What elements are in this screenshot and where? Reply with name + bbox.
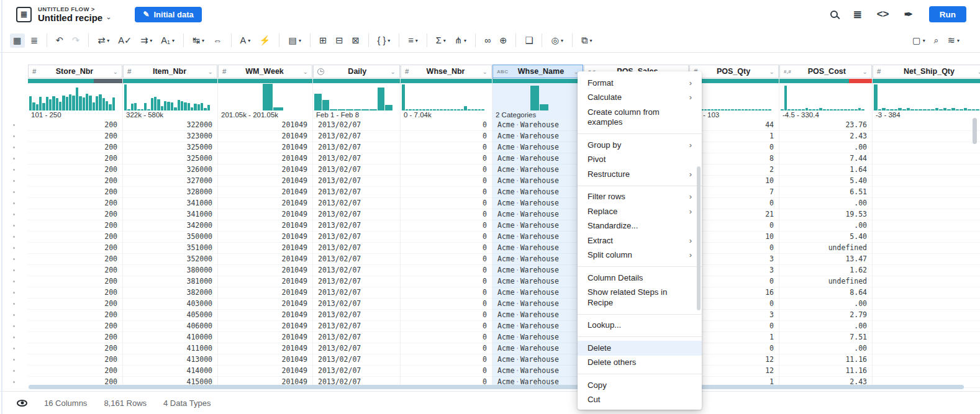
data-quality-bar[interactable] [218,79,312,83]
cell[interactable]: Acme·Warehouse [492,187,583,198]
cell[interactable]: 0 [401,131,492,142]
column-header-POS_Cost[interactable]: #,#POS_Cost⌄ [779,65,872,78]
cell[interactable]: .00 [779,299,872,310]
cell[interactable]: 200 [28,366,122,377]
cell[interactable]: Acme·Warehouse [492,254,583,265]
histogram-bar[interactable] [964,108,968,110]
row-handle[interactable] [13,191,15,193]
cell[interactable]: 201049 [218,153,312,164]
filter-rows-icon[interactable]: ≡▾ [405,34,420,48]
histogram-bar[interactable] [468,109,471,110]
cell[interactable]: 351000 [123,243,217,254]
menu-item-create-column-from-examples[interactable]: Create column from examples [578,105,702,130]
cell[interactable]: 406000 [123,321,217,332]
cell[interactable]: 19.53 [779,209,872,220]
aggregate-icon[interactable]: Σ▾ [433,34,449,48]
histogram-bar[interactable] [437,109,440,110]
cell[interactable]: Acme·Warehouse [492,276,583,287]
cell[interactable]: 403000 [123,299,217,310]
cell[interactable]: 326000 [123,164,217,176]
row-handle[interactable] [13,202,15,204]
cell[interactable]: 411000 [123,343,217,354]
histogram-bar[interactable] [443,109,447,110]
cell[interactable]: undefined [779,243,872,254]
histogram-bar[interactable] [151,98,153,110]
eye-icon[interactable] [17,400,27,407]
histogram-bar[interactable] [433,109,436,110]
row-handle[interactable] [13,359,15,361]
data-quality-bar[interactable] [492,79,583,83]
histogram-bar[interactable] [830,109,833,110]
cell[interactable] [873,343,980,354]
cell[interactable]: 0 [401,287,492,299]
cell[interactable]: 0 [401,332,492,343]
histogram-bar[interactable] [840,109,843,110]
menu-scrollbar[interactable] [697,166,701,310]
histogram-bar[interactable] [42,103,45,110]
cell[interactable]: 5.40 [779,176,872,187]
cell[interactable]: 2013/02/07 [313,120,400,131]
format-text-icon[interactable]: A▾ [237,34,254,48]
copy-steps-icon[interactable]: ⧉▾ [578,34,595,48]
histogram-bar[interactable] [874,84,878,110]
data-quality-bar[interactable] [779,79,872,83]
cell[interactable]: 10 [689,232,779,243]
cell[interactable]: 2013/02/07 [313,343,400,354]
integer-type-icon[interactable]: # [127,68,131,75]
menu-item-cut[interactable]: Cut [578,393,702,408]
histogram-WM_Week[interactable] [218,83,312,110]
histogram-bar[interactable] [194,104,196,110]
histogram-bar[interactable] [768,109,771,110]
cell[interactable]: 2013/02/07 [313,220,400,232]
histogram-bar[interactable] [725,109,727,110]
cell[interactable]: 201049 [218,276,312,287]
row-handle[interactable] [13,124,15,126]
replace-values-icon[interactable]: ⇄▾ [94,34,112,48]
cell[interactable]: 200 [28,153,122,164]
histogram-bar[interactable] [823,109,826,110]
cell[interactable]: 200 [28,343,122,354]
cell[interactable]: 6.51 [779,187,872,198]
column-header-Whse_Nbr[interactable]: #Whse_Nbr⌄ [401,65,492,78]
row-handle[interactable] [13,135,15,137]
histogram-bar[interactable] [844,109,847,110]
histogram-bar[interactable] [197,104,200,110]
cell[interactable]: .00 [779,220,872,232]
list-view-icon[interactable]: ≣ [27,34,41,48]
cell[interactable] [873,265,980,276]
histogram-bar[interactable] [755,109,758,110]
unpivot-icon[interactable]: ⊟ [332,34,346,48]
histogram-bar[interactable] [956,109,960,110]
cell[interactable]: 0 [401,209,492,220]
comment-icon[interactable]: ❑ [522,34,536,48]
cell[interactable]: 325000 [123,153,217,164]
cell[interactable]: 2013/02/07 [313,142,400,153]
histogram-bar[interactable] [263,84,273,110]
functions-icon[interactable]: { }▾ [374,34,394,48]
menu-item-replace[interactable]: Replace› [578,204,702,219]
chevron-down-icon[interactable]: ⌄ [391,68,396,75]
cell[interactable]: 341000 [123,198,217,209]
histogram-bar[interactable] [907,108,910,110]
cell[interactable]: 200 [28,142,122,153]
cell[interactable]: Acme·Warehouse [492,164,583,176]
cell[interactable]: 0 [401,310,492,321]
cell[interactable]: .00 [779,321,872,332]
cell[interactable]: 200 [28,198,122,209]
row-handle[interactable] [13,292,15,294]
histogram-bar[interactable] [161,106,163,110]
histogram-bar[interactable] [540,104,548,110]
cell[interactable]: 2013/02/07 [313,209,400,220]
cell[interactable] [873,299,980,310]
menu-item-restructure[interactable]: Restructure› [578,167,702,182]
histogram-Whse_Name[interactable] [492,83,583,110]
cell[interactable]: 201049 [218,265,312,276]
histogram-bar[interactable] [36,104,39,110]
chevron-down-icon[interactable]: ⌄ [208,68,213,75]
histogram-bar[interactable] [207,105,210,110]
cell[interactable]: 7.51 [779,332,872,343]
cell[interactable]: 200 [28,176,122,187]
append-rows-icon[interactable]: ⊕ [496,34,510,48]
menu-item-extract[interactable]: Extract› [578,233,702,248]
cell[interactable]: 201049 [218,232,312,243]
